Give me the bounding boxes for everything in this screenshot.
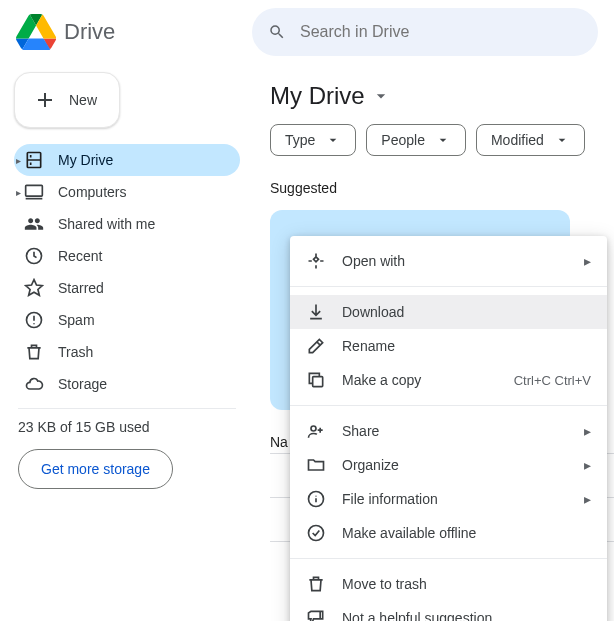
chip-label: Type — [285, 132, 315, 148]
sidebar-item-label: Computers — [58, 184, 126, 200]
menu-label: Not a helpful suggestion — [342, 610, 591, 621]
trash-icon — [306, 574, 326, 594]
suggested-heading: Suggested — [270, 180, 614, 210]
chevron-down-icon — [371, 86, 391, 106]
chip-people[interactable]: People — [366, 124, 466, 156]
menu-download[interactable]: Download — [290, 295, 607, 329]
menu-separator — [290, 405, 607, 406]
pencil-icon — [306, 336, 326, 356]
sidebar-item-label: My Drive — [58, 152, 113, 168]
new-button[interactable]: New — [14, 72, 120, 128]
menu-label: Open with — [342, 253, 568, 269]
menu-open-with[interactable]: Open with ▸ — [290, 244, 607, 278]
chevron-down-icon — [554, 132, 570, 148]
sidebar-item-recent[interactable]: Recent — [14, 240, 240, 272]
sidebar-item-spam[interactable]: Spam — [14, 304, 240, 336]
get-more-storage-button[interactable]: Get more storage — [18, 449, 173, 489]
chip-label: People — [381, 132, 425, 148]
svg-rect-3 — [313, 377, 323, 387]
sidebar-item-label: Trash — [58, 344, 93, 360]
drive-logo-icon — [16, 12, 56, 52]
sidebar-item-trash[interactable]: Trash — [14, 336, 240, 368]
sidebar-item-storage[interactable]: Storage — [14, 368, 240, 400]
breadcrumb-label: My Drive — [270, 82, 365, 110]
search-icon — [268, 22, 286, 42]
chevron-down-icon — [325, 132, 341, 148]
recent-icon — [24, 246, 44, 266]
sidebar-item-shared[interactable]: Shared with me — [14, 208, 240, 240]
chevron-right-icon: ▸ — [12, 187, 24, 198]
plus-icon — [33, 88, 57, 112]
menu-rename[interactable]: Rename — [290, 329, 607, 363]
computers-icon — [24, 182, 44, 202]
menu-make-copy[interactable]: Make a copy Ctrl+C Ctrl+V — [290, 363, 607, 397]
submenu-arrow-icon: ▸ — [584, 457, 591, 473]
star-icon — [24, 278, 44, 298]
copy-icon — [306, 370, 326, 390]
menu-label: Make available offline — [342, 525, 591, 541]
product-name: Drive — [64, 19, 115, 45]
open-with-icon — [306, 251, 326, 271]
breadcrumb-my-drive[interactable]: My Drive — [270, 82, 391, 124]
svg-rect-0 — [26, 185, 43, 196]
menu-shortcut: Ctrl+C Ctrl+V — [514, 373, 591, 388]
menu-separator — [290, 558, 607, 559]
chip-type[interactable]: Type — [270, 124, 356, 156]
thumbs-down-icon — [306, 608, 326, 621]
sidebar-item-label: Recent — [58, 248, 102, 264]
menu-label: Share — [342, 423, 568, 439]
sidebar-item-computers[interactable]: ▸ Computers — [14, 176, 240, 208]
submenu-arrow-icon: ▸ — [584, 423, 591, 439]
share-icon — [306, 421, 326, 441]
context-menu: Open with ▸ Download Rename Make a copy … — [290, 236, 607, 621]
sidebar-item-starred[interactable]: Starred — [14, 272, 240, 304]
offline-icon — [306, 523, 326, 543]
info-icon — [306, 489, 326, 509]
svg-point-4 — [311, 426, 316, 431]
svg-point-6 — [309, 526, 324, 541]
sidebar-item-my-drive[interactable]: ▸ My Drive — [14, 144, 240, 176]
search-bar[interactable] — [252, 8, 598, 56]
submenu-arrow-icon: ▸ — [584, 253, 591, 269]
submenu-arrow-icon: ▸ — [584, 491, 591, 507]
chip-modified[interactable]: Modified — [476, 124, 585, 156]
divider — [18, 408, 236, 409]
menu-label: Organize — [342, 457, 568, 473]
cloud-icon — [24, 374, 44, 394]
drive-logo-wrap[interactable]: Drive — [16, 12, 252, 52]
sidebar-item-label: Starred — [58, 280, 104, 296]
spam-icon — [24, 310, 44, 330]
storage-used-text: 23 KB of 15 GB used — [14, 419, 240, 449]
chevron-down-icon — [435, 132, 451, 148]
menu-separator — [290, 286, 607, 287]
new-button-label: New — [69, 92, 97, 108]
folder-icon — [306, 455, 326, 475]
menu-not-helpful[interactable]: Not a helpful suggestion — [290, 601, 607, 621]
get-more-storage-label: Get more storage — [41, 461, 150, 477]
search-input[interactable] — [300, 23, 582, 41]
menu-organize[interactable]: Organize ▸ — [290, 448, 607, 482]
menu-offline[interactable]: Make available offline — [290, 516, 607, 550]
shared-icon — [24, 214, 44, 234]
menu-label: Move to trash — [342, 576, 591, 592]
chevron-right-icon: ▸ — [12, 155, 24, 166]
menu-label: File information — [342, 491, 568, 507]
sidebar-item-label: Storage — [58, 376, 107, 392]
chip-label: Modified — [491, 132, 544, 148]
menu-label: Make a copy — [342, 372, 498, 388]
menu-file-info[interactable]: File information ▸ — [290, 482, 607, 516]
menu-share[interactable]: Share ▸ — [290, 414, 607, 448]
my-drive-icon — [24, 150, 44, 170]
menu-label: Rename — [342, 338, 591, 354]
menu-label: Download — [342, 304, 591, 320]
menu-trash[interactable]: Move to trash — [290, 567, 607, 601]
trash-icon — [24, 342, 44, 362]
sidebar-item-label: Spam — [58, 312, 95, 328]
sidebar-item-label: Shared with me — [58, 216, 155, 232]
download-icon — [306, 302, 326, 322]
